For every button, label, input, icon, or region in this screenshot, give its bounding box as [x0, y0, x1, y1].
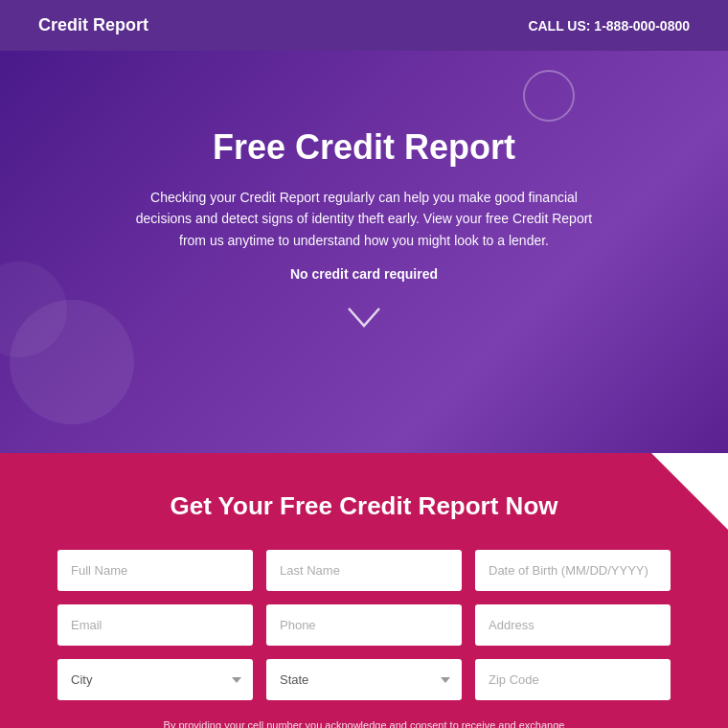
city-field: City	[57, 659, 253, 700]
full-name-input[interactable]	[57, 550, 253, 591]
city-select[interactable]: City	[57, 659, 253, 700]
form-disclaimer: By providing your cell number you acknow…	[125, 717, 603, 728]
chevron-down-icon	[345, 305, 383, 335]
state-select[interactable]: State	[266, 659, 462, 700]
last-name-field	[266, 550, 462, 591]
hero-section: Free Credit Report Checking your Credit …	[0, 51, 728, 453]
form-title: Get Your Free Credit Report Now	[57, 491, 671, 521]
call-number: 1-888-000-0800	[594, 18, 690, 34]
state-field: State	[266, 659, 462, 700]
dob-input[interactable]	[475, 550, 671, 591]
decorative-circle-bottom	[10, 300, 134, 424]
call-prefix: CALL US:	[528, 18, 590, 34]
header-call: CALL US: 1-888-000-0800	[528, 18, 690, 34]
address-input[interactable]	[475, 604, 671, 646]
full-name-field	[57, 550, 253, 591]
phone-field	[266, 604, 462, 646]
last-name-input[interactable]	[266, 550, 462, 591]
credit-report-form: City State By providing your cell number…	[57, 550, 671, 728]
email-input[interactable]	[57, 604, 253, 646]
form-row-2	[57, 604, 671, 646]
form-section: Get Your Free Credit Report Now	[0, 453, 728, 728]
phone-input[interactable]	[266, 604, 462, 646]
hero-no-card: No credit card required	[38, 266, 690, 282]
form-row-3: City State	[57, 659, 671, 700]
address-field	[475, 604, 671, 646]
email-field	[57, 604, 253, 646]
hero-subtitle: Checking your Credit Report regularly ca…	[134, 187, 594, 251]
hero-title: Free Credit Report	[38, 127, 690, 168]
logo: Credit Report	[38, 15, 148, 35]
header: Credit Report CALL US: 1-888-000-0800	[0, 0, 728, 51]
dob-field	[475, 550, 671, 591]
zip-input[interactable]	[475, 659, 671, 700]
form-row-1	[57, 550, 671, 591]
zip-field	[475, 659, 671, 700]
